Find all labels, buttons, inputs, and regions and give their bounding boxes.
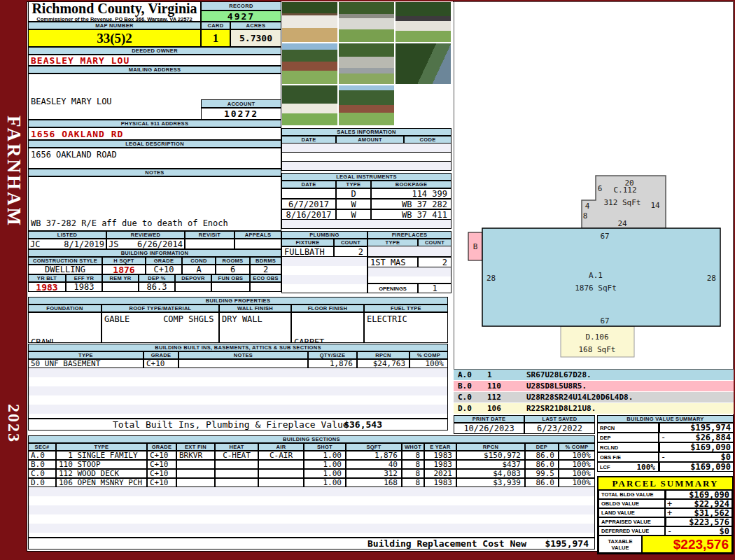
property-photo-4[interactable]: [281, 43, 338, 84]
notes-block: WB 37-282 R/E aff due to death of Enoch …: [28, 176, 281, 231]
mailing-address-label: MAILING ADDRESS: [28, 66, 281, 74]
fireplaces-title: FIREPLACES: [368, 231, 451, 239]
wall-finish-value: DRY WALL: [219, 312, 291, 343]
parcel-summary-row: APPRAISED VALUE $223,576: [598, 517, 732, 526]
property-photo-5[interactable]: [338, 43, 395, 84]
effective-year: 1983: [66, 282, 102, 292]
dim-a-left: 28: [486, 274, 496, 283]
property-photo-8[interactable]: [338, 85, 395, 126]
openings-count: 1: [418, 284, 451, 293]
print-date-label: PRINT DATE: [454, 415, 524, 423]
card-value: 1: [201, 29, 230, 47]
plumbing-empty-rows: [281, 257, 368, 293]
photo-grid: [281, 1, 453, 126]
sketch-b-label: B: [473, 242, 478, 251]
dim-c-step1: 4: [585, 202, 590, 211]
sketch-d-sqft: 168 SqFt: [579, 345, 616, 354]
county-title: Richmond County, Virginia: [31, 1, 197, 16]
deeded-owner-label: DEEDED OWNER: [28, 47, 281, 55]
fireplace-type: 1ST MAS: [368, 257, 418, 267]
fuel-type-value: ELECTRIC: [364, 312, 448, 343]
taxable-value-row: TAXABLE VALUE $223,576: [598, 536, 732, 553]
built-ins-row: 50 UNF BASEMENT C+10 1,876 $24,763 100%: [28, 359, 448, 368]
record-box: RECORD 4927: [201, 1, 281, 22]
building-sections-empty-rows: [28, 487, 595, 538]
parcel-summary-row: TOTAL BLDG VALUE $169,090: [598, 490, 732, 499]
notes-line-1: WB 37-282 R/E aff due to death of Enoch: [31, 214, 233, 231]
property-photo-2[interactable]: [338, 1, 395, 43]
built-ins-total-label: Total Built Ins, Plumbing & Fireplace Va…: [113, 419, 316, 430]
building-section-row: D.0 106 OPEN MSNRY PCH C+10 1.00 168 8 1…: [28, 478, 595, 487]
appeals-value: [234, 239, 281, 249]
year-built: 1983: [28, 282, 66, 292]
district-vertical-label: FARNHAM: [3, 105, 24, 238]
built-in-type: 50 UNF BASEMENT: [28, 359, 144, 368]
sales-empty-row: [281, 162, 451, 171]
account-value: 10272: [201, 108, 281, 120]
dep-override: [175, 282, 211, 292]
economic-obs: [250, 282, 281, 292]
replacement-cost-row: Building Replacement Cost New $195,974: [28, 538, 595, 550]
grade: C+10: [146, 265, 182, 274]
property-record-card: FARNHAM 2023 Richmond County, Virginia C…: [0, 0, 735, 560]
map-number-label: MAP NUMBER: [28, 22, 201, 29]
condition: A: [182, 265, 216, 274]
tax-year-vertical-label: 2023: [4, 392, 23, 455]
physical-address-value: 1656 OAKLAND RD: [28, 127, 281, 140]
plumbing-row: FULLBATH 2: [281, 246, 368, 257]
roof-value: GABLE COMP SHGLS: [102, 312, 219, 343]
building-section-row: A.0 1 SINGLE FAMILY C+10 BRKVR C-HEAT C-…: [28, 451, 595, 460]
legal-instruments: LEGAL INSTRUMENTS DATE TYPE BOOKPAGE D 1…: [281, 173, 451, 229]
bedrooms: 2: [250, 265, 281, 274]
property-photo-7[interactable]: [281, 85, 338, 126]
dim-a-bottom: 67: [600, 316, 609, 326]
listed-value: JC 8/1/2019: [28, 239, 106, 249]
built-ins-title: BUILDING BUILT INS, BASEMENTS, ATTICS & …: [28, 344, 448, 351]
built-ins-empty-rows: [28, 368, 448, 419]
sketch-canvas: 20 6 C.112 312 SqFt 14 4 8 24 67 B 28 A.…: [454, 1, 734, 370]
dim-a-right: 28: [707, 274, 716, 283]
deeded-owner-value: BEASLEY MARY LOU: [28, 55, 281, 66]
county-subtitle: Commissioner of the Revenue, PO Box 366,…: [36, 16, 192, 22]
notes-label: NOTES: [28, 169, 281, 176]
building-info-header-1: CONSTRUCTION STYLE H SQFT GRADE COND ROO…: [28, 257, 281, 265]
sales-information: SALES INFORMATION DATE AMOUNT CODE: [281, 128, 451, 171]
plumbing-fireplaces: PLUMBING FIXTURE COUNT FULLBATH 2 FIREPL…: [281, 231, 451, 293]
reviewed-date: 6/26/2014: [137, 239, 183, 249]
reviewed-initials: JS: [108, 239, 118, 249]
value-summary-row: RCLND $169,090: [597, 442, 734, 452]
listed-label: LISTED: [28, 231, 106, 239]
building-properties-values: CRAWL BRICK GABLE COMP SHGLS DRY WALL CA…: [28, 312, 448, 343]
legal-instrument-empty-row: [281, 220, 451, 229]
functional-obs: [211, 282, 250, 292]
taxable-value-amount: $223,576: [642, 536, 732, 553]
legend-row-c: C.0 112 U28R28SR24U14L20D6L4D8.: [454, 392, 734, 403]
value-summary-row: RPCN $195,974: [597, 423, 734, 433]
building-section-row: B.0 110 STOOP C+10 1.00 40 8 1983 $437 8…: [28, 460, 595, 469]
dim-a-top: 67: [600, 232, 609, 241]
dim-c-step2: 8: [583, 211, 588, 220]
parcel-summary-row: OBLDG VALUE + $22,924: [598, 499, 732, 508]
fireplace-row: 1ST MAS 2: [368, 257, 451, 267]
built-in-grade: C+10: [144, 359, 178, 368]
plumbing-count: 2: [334, 246, 368, 257]
reviewed-value: JS 6/26/2014: [106, 239, 185, 249]
building-sections: BUILDING SECTIONS SEC# TYPE GRADE EXT FI…: [28, 435, 595, 550]
replacement-cost-value: $195,974: [526, 538, 589, 549]
openings-label: OPENINGS: [368, 284, 418, 293]
taxable-value-label: TAXABLE VALUE: [598, 536, 642, 553]
parcel-summary-row: DEFERRED VALUE - $0: [598, 526, 732, 536]
legal-instrument-row: D 114 399: [281, 188, 451, 199]
property-photo-1[interactable]: [281, 1, 338, 43]
photo-empty-slot: [395, 85, 451, 126]
building-info-header-2: YR BLT EFF YR REM YR DEP % DEPOVR FUN OB…: [28, 274, 281, 282]
plumbing-fixture: FULLBATH: [281, 246, 334, 257]
legal-instruments-title: LEGAL INSTRUMENTS: [281, 173, 451, 181]
sales-title: SALES INFORMATION: [281, 128, 451, 136]
physical-address-label: PHYSICAL 911 ADDRESS: [28, 120, 281, 127]
property-photo-6[interactable]: [395, 43, 451, 84]
dim-c-bottom: 24: [617, 219, 627, 228]
property-photo-3[interactable]: [395, 1, 451, 43]
sketch-a-label: A.1: [589, 271, 603, 280]
dim-c-left-top: 6: [598, 184, 603, 193]
